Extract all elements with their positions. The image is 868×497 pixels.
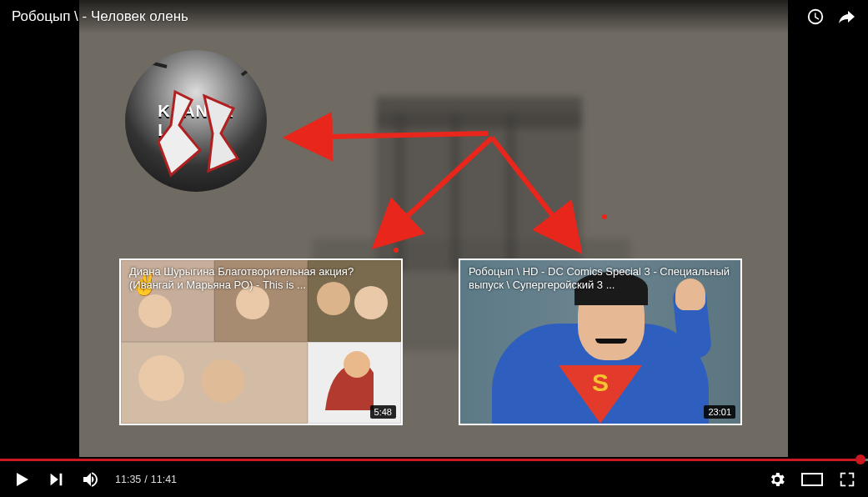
channel-avatar-endcard[interactable]: KSANDR LK <box>125 50 267 192</box>
player-controls: 11:35 / 11:41 <box>0 462 868 497</box>
title-bar: Робоцып \ - Человек олень <box>0 0 868 33</box>
share-icon[interactable] <box>836 7 856 27</box>
controls-right-group <box>768 470 856 489</box>
svg-rect-14 <box>802 474 822 485</box>
fullscreen-icon[interactable] <box>838 470 856 489</box>
avatar-art <box>125 50 267 192</box>
volume-icon[interactable] <box>80 469 100 489</box>
settings-icon[interactable] <box>768 470 786 489</box>
video-title: Робоцып \ - Человек олень <box>12 8 188 25</box>
svg-marker-6 <box>158 92 200 175</box>
endcard-2-title: Робоцып \ HD - DC Comics Special 3 - Спе… <box>469 265 732 293</box>
endcard-video-1[interactable]: ✌ Диана Шурыгина Благотворительная акция… <box>119 259 403 425</box>
controls-left-group: 11:35 / 11:41 <box>12 469 177 489</box>
next-icon[interactable] <box>47 470 65 489</box>
time-separator: / <box>144 474 147 485</box>
endcard-1-title: Диана Шурыгина Благотворительная акция?(… <box>129 265 393 293</box>
endcard-1-duration: 5:48 <box>370 405 396 419</box>
video-player: KSANDR LK ✌ <box>0 0 868 497</box>
duration-time: 11:41 <box>151 474 177 485</box>
endcard-2-duration: 23:01 <box>704 405 735 419</box>
video-content-area: KSANDR LK ✌ <box>79 0 788 457</box>
theater-mode-icon[interactable] <box>801 470 823 489</box>
current-time: 11:35 <box>115 474 141 485</box>
time-display: 11:35 / 11:41 <box>115 474 177 485</box>
title-actions <box>806 7 856 27</box>
endcard-video-2[interactable]: S Робоцып \ HD - DC Comics Special 3 - С… <box>459 259 742 425</box>
progress-played <box>0 459 860 461</box>
svg-marker-7 <box>204 96 238 171</box>
play-icon[interactable] <box>12 469 32 489</box>
svg-rect-1 <box>376 97 582 128</box>
watch-later-icon[interactable] <box>806 8 825 26</box>
facepalm-graphic <box>309 342 392 414</box>
